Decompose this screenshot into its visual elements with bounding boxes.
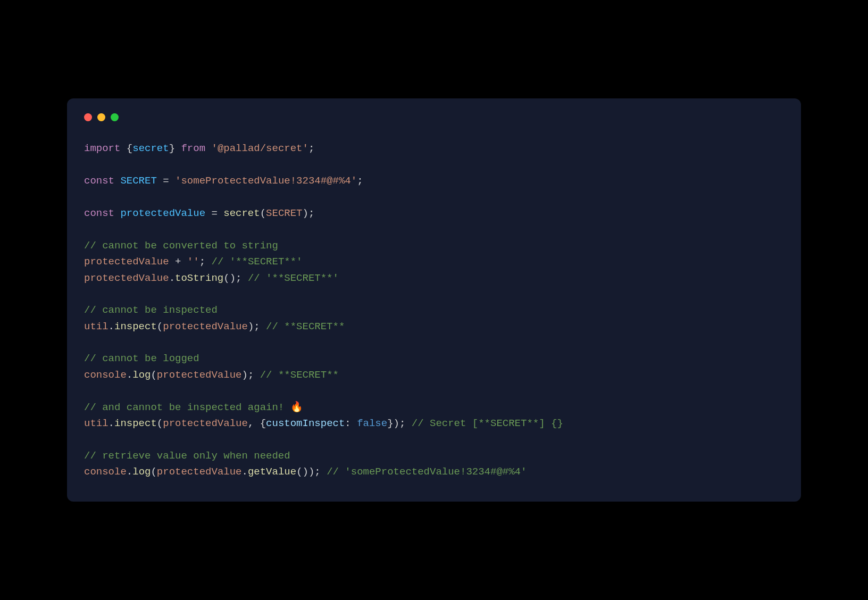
method-call: getValue: [248, 466, 296, 478]
code-line: protectedValue + ''; // '**SECRET**': [84, 256, 303, 268]
punct: .: [108, 321, 114, 332]
code-line: console.log(protectedValue); // **SECRET…: [84, 369, 339, 381]
method-call: log: [132, 466, 151, 478]
param: protectedValue: [163, 321, 248, 332]
keyword-const: const: [84, 207, 114, 219]
const-name: SECRET: [114, 175, 157, 187]
literal: false: [357, 418, 387, 429]
operator: +: [169, 256, 187, 268]
code-line: // retrieve value only when needed: [84, 450, 290, 462]
punct: (): [223, 272, 236, 284]
method-call: toString: [175, 272, 223, 284]
code-line: // and cannot be inspected again! 🔥: [84, 402, 303, 413]
punct: }: [387, 418, 393, 429]
ident: console: [84, 466, 127, 478]
punct: ;: [248, 369, 254, 381]
punct: .: [169, 272, 175, 284]
maximize-icon[interactable]: [111, 113, 119, 121]
ident: protectedValue: [84, 272, 169, 284]
comment: // retrieve value only when needed: [84, 450, 290, 462]
punct: ;: [399, 418, 405, 429]
method-call: inspect: [114, 321, 157, 332]
punct: ;: [236, 272, 241, 284]
comment: // **SECRET**: [254, 369, 339, 381]
punct: (: [260, 207, 266, 219]
code-line: // cannot be inspected: [84, 304, 218, 316]
code-line: util.inspect(protectedValue, {customInsp…: [84, 418, 563, 429]
punct: ;: [308, 143, 314, 154]
punct: }: [169, 143, 175, 154]
comment: // 'someProtectedValue!3234#@#%4': [321, 466, 527, 478]
ident: util: [84, 321, 108, 332]
punct: .: [127, 466, 132, 478]
punct: ): [394, 418, 399, 429]
string-literal: '@pallad/secret': [211, 143, 308, 154]
punct: ;: [308, 207, 314, 219]
const-name: protectedValue: [114, 207, 205, 219]
code-line: // cannot be converted to string: [84, 240, 278, 252]
ident-secret: secret: [132, 143, 169, 154]
code-line: util.inspect(protectedValue); // **SECRE…: [84, 321, 345, 332]
code-block: import {secret} from '@pallad/secret'; c…: [84, 140, 784, 480]
code-line: // cannot be logged: [84, 353, 199, 364]
comment: // cannot be converted to string: [84, 240, 278, 252]
code-line: protectedValue.toString(); // '**SECRET*…: [84, 272, 339, 284]
comment: // Secret [**SECRET**] {}: [405, 418, 563, 429]
punct: (: [151, 466, 156, 478]
window-titlebar: [84, 113, 784, 121]
method-call: inspect: [114, 418, 157, 429]
close-icon[interactable]: [84, 113, 92, 121]
punct: :: [345, 418, 357, 429]
param: SECRET: [266, 207, 302, 219]
punct: ): [248, 321, 254, 332]
punct: .: [127, 369, 132, 381]
keyword-import: import: [84, 143, 120, 154]
punct: ): [303, 207, 308, 219]
punct: .: [108, 418, 114, 429]
ident: protectedValue: [84, 256, 169, 268]
punct: (): [296, 466, 308, 478]
code-line: console.log(protectedValue.getValue()); …: [84, 466, 527, 478]
string-literal: '': [187, 256, 199, 268]
keyword-const: const: [84, 175, 114, 187]
punct: ;: [254, 321, 260, 332]
param: protectedValue: [163, 418, 248, 429]
comment: // '**SECRET**': [205, 256, 302, 268]
minimize-icon[interactable]: [97, 113, 105, 121]
code-line: import {secret} from '@pallad/secret';: [84, 143, 314, 154]
comment: // cannot be inspected: [84, 304, 218, 316]
ident: console: [84, 369, 127, 381]
punct: (: [151, 369, 156, 381]
method-call: log: [132, 369, 151, 381]
keyword-from: from: [175, 143, 211, 154]
punct: ,: [248, 418, 260, 429]
punct: ;: [357, 175, 363, 187]
code-line: const protectedValue = secret(SECRET);: [84, 207, 314, 219]
punct: .: [242, 466, 248, 478]
code-window: import {secret} from '@pallad/secret'; c…: [67, 98, 801, 501]
punct: =: [157, 175, 175, 187]
punct: ;: [199, 256, 205, 268]
comment: // **SECRET**: [260, 321, 345, 332]
punct: (: [157, 418, 163, 429]
punct: (: [157, 321, 163, 332]
param: protectedValue: [157, 369, 242, 381]
punct: ): [308, 466, 314, 478]
prop-key: customInspect: [266, 418, 345, 429]
param: protectedValue: [157, 466, 242, 478]
ident: util: [84, 418, 108, 429]
comment: // cannot be logged: [84, 353, 199, 364]
comment: // and cannot be inspected again! 🔥: [84, 402, 303, 413]
punct: {: [120, 143, 132, 154]
string-literal: 'someProtectedValue!3234#@#%4': [175, 175, 357, 187]
punct: {: [260, 418, 266, 429]
comment: // '**SECRET**': [241, 272, 338, 284]
code-line: const SECRET = 'someProtectedValue!3234#…: [84, 175, 363, 187]
punct: ): [242, 369, 248, 381]
func-call: secret: [223, 207, 260, 219]
punct: ;: [314, 466, 320, 478]
punct: =: [205, 207, 223, 219]
